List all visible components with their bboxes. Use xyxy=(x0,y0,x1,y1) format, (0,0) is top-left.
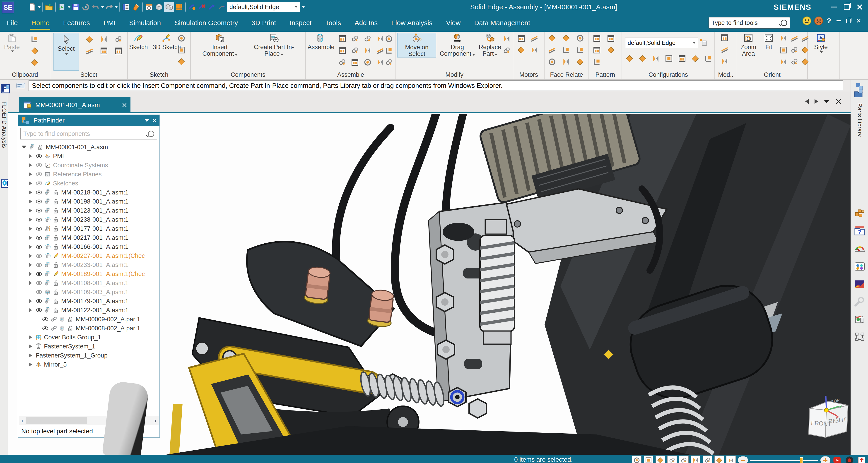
angle-icon[interactable] xyxy=(363,34,373,44)
visible-icon[interactable] xyxy=(34,198,43,205)
help-icon[interactable]: ? xyxy=(826,17,833,25)
copy-icon[interactable] xyxy=(29,46,40,56)
planar-align-icon[interactable] xyxy=(337,45,347,56)
tree-item[interactable]: MM-00177-001_A.asm:1 xyxy=(18,224,159,233)
mate-icon[interactable] xyxy=(350,34,360,44)
select-options-icon[interactable] xyxy=(84,46,95,56)
parallel-face-icon[interactable] xyxy=(547,45,557,55)
expander-icon[interactable] xyxy=(26,335,34,340)
rearrange-icon[interactable] xyxy=(501,45,512,56)
feedback-sad-icon[interactable] xyxy=(814,16,824,26)
tree-item[interactable]: MM-00122-001_A.asm:1 xyxy=(18,306,159,315)
scroll-thumb[interactable] xyxy=(26,417,87,424)
perpendicular-face-icon[interactable] xyxy=(547,57,557,67)
center-plane-icon[interactable] xyxy=(350,57,360,67)
visible-icon[interactable] xyxy=(34,307,43,313)
zone-icon[interactable] xyxy=(703,54,714,64)
video-tutorial-icon[interactable] xyxy=(833,456,843,463)
color-grid-icon[interactable] xyxy=(174,2,184,12)
tree-item[interactable]: MM-00001-001_A.asm xyxy=(18,143,159,152)
expander-icon[interactable] xyxy=(26,217,34,222)
help-folder-icon[interactable]: ? xyxy=(854,226,865,237)
mate-face-icon[interactable] xyxy=(547,33,557,43)
expander-icon[interactable] xyxy=(26,353,34,358)
options-stack-icon[interactable] xyxy=(384,57,394,67)
insert-component-button[interactable]: Insert Component xyxy=(196,33,244,57)
copy-configuration-icon[interactable] xyxy=(664,54,674,64)
sketch-options-icon[interactable] xyxy=(176,57,187,67)
floefd-analysis-tab[interactable]: FLOEFD Analysis xyxy=(1,101,8,148)
menu-tab-home[interactable]: Home xyxy=(25,14,56,32)
expander-icon[interactable] xyxy=(26,362,34,367)
inter-part-icon[interactable] xyxy=(217,2,227,12)
rotation-motor-icon[interactable] xyxy=(516,33,526,43)
flash-face-icon[interactable] xyxy=(575,33,585,43)
feedback-happy-icon[interactable] xyxy=(802,16,812,26)
expander-icon[interactable] xyxy=(26,272,34,276)
combo-outer-caret[interactable] xyxy=(302,6,305,8)
share-icon[interactable] xyxy=(857,456,867,463)
hidden-icon[interactable] xyxy=(34,162,43,169)
tree-item[interactable]: FastenerSystem_1_Group xyxy=(18,351,159,360)
rotate-icon[interactable] xyxy=(679,456,689,463)
sketch-view-icon[interactable] xyxy=(176,33,187,43)
tree-item[interactable]: MM-00218-001_A.asm:1 xyxy=(18,188,159,197)
equal-face-icon[interactable] xyxy=(575,45,585,55)
connect-icon[interactable] xyxy=(363,57,373,67)
view-commands-icon[interactable] xyxy=(632,456,642,463)
parts-library-icon[interactable] xyxy=(854,89,864,99)
tree-item[interactable]: MM-00166-001_A.asm:1 xyxy=(18,242,159,251)
style-button[interactable]: Style xyxy=(814,33,828,53)
gear-icon[interactable] xyxy=(337,57,347,67)
axial-align-icon[interactable] xyxy=(350,45,360,56)
menu-tab-flow-analysis[interactable]: Flow Analysis xyxy=(384,14,439,32)
application-button-icon[interactable] xyxy=(121,2,131,12)
expander-icon[interactable] xyxy=(26,181,34,186)
menu-tab-view[interactable]: View xyxy=(439,14,467,32)
tab-close-all-icon[interactable] xyxy=(835,98,841,105)
close-button[interactable] xyxy=(853,0,866,14)
visible-icon[interactable] xyxy=(34,243,43,250)
assemble-button[interactable]: Assemble xyxy=(308,33,335,51)
find-tools-search[interactable]: Type to find tools xyxy=(709,17,790,29)
tree-item[interactable]: yxCoordinate Systems xyxy=(18,161,159,170)
save-configuration-icon[interactable] xyxy=(698,37,709,47)
visible-icon[interactable] xyxy=(34,298,43,304)
tree-item[interactable]: FastenerSystem_1 xyxy=(18,342,159,351)
sensors-icon[interactable] xyxy=(854,314,865,325)
pathfinder-search[interactable]: Type to find components xyxy=(21,128,157,139)
expander-icon[interactable] xyxy=(20,145,28,149)
sketch-button[interactable]: Sketch xyxy=(129,33,148,51)
tree-item[interactable]: MM-00123-001_A.asm:1 xyxy=(18,206,159,215)
floefd-logo-icon[interactable] xyxy=(0,84,10,94)
expander-icon[interactable] xyxy=(26,281,34,285)
zoom-slider-thumb[interactable] xyxy=(800,457,803,463)
tree-item[interactable]: MM-00189-001_A.asm:1(Chec xyxy=(18,269,159,278)
flash-fit-icon[interactable] xyxy=(337,34,347,44)
expander-icon[interactable] xyxy=(26,308,34,312)
menu-tab-3d-print[interactable]: 3D Print xyxy=(245,14,283,32)
mirror-components-icon[interactable] xyxy=(592,45,602,55)
tree-item[interactable]: MM-00179-001_A.asm:1 xyxy=(18,297,159,306)
minimize-button[interactable] xyxy=(828,0,840,14)
fit-button[interactable]: Fit xyxy=(760,33,777,51)
edit-configuration-icon[interactable] xyxy=(638,54,648,64)
visual-styles-icon[interactable] xyxy=(726,456,736,463)
update-grid-icon[interactable] xyxy=(719,33,730,43)
menu-tab-add-ins[interactable]: Add Ins xyxy=(348,14,384,32)
expander-icon[interactable] xyxy=(26,172,34,176)
activate-part-icon[interactable] xyxy=(207,2,217,12)
tab-scroll-right-icon[interactable] xyxy=(814,99,818,104)
expander-icon[interactable] xyxy=(26,235,34,240)
tree-item[interactable]: PMI xyxy=(18,152,159,161)
zoom-area-button[interactable]: Zoom Area xyxy=(738,33,759,57)
redo-icon[interactable] xyxy=(104,2,114,12)
undo-caret[interactable] xyxy=(101,6,104,8)
previous-view-icon[interactable] xyxy=(691,456,701,463)
previous-view-icon[interactable] xyxy=(778,57,789,67)
scroll-right-icon[interactable]: › xyxy=(152,417,159,424)
configuration-combo[interactable]: default,Solid Edge xyxy=(625,38,698,48)
view-width-icon[interactable] xyxy=(778,45,789,55)
duplicate-component-icon[interactable] xyxy=(606,45,616,55)
record-icon[interactable] xyxy=(845,456,855,463)
